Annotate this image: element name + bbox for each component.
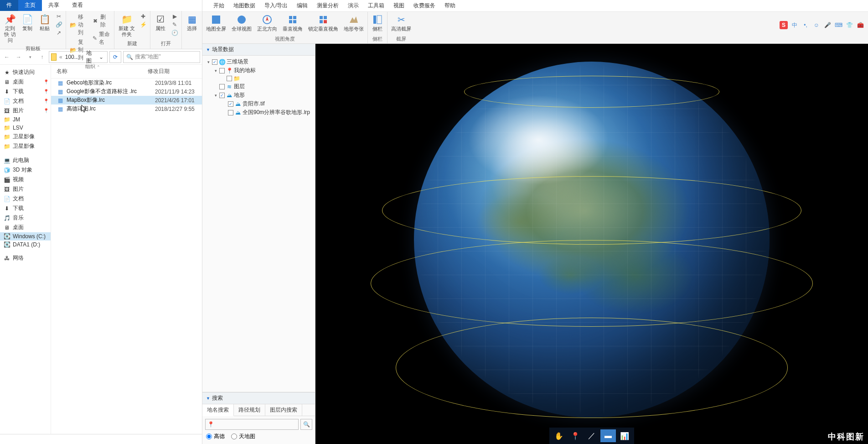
menu-edit[interactable]: 编辑 bbox=[297, 2, 308, 10]
search-input[interactable]: 🔍 搜索"地图" bbox=[123, 51, 200, 63]
vertical-button[interactable]: 垂直视角 bbox=[282, 13, 304, 36]
crumb-part-2[interactable]: 地图 bbox=[86, 49, 93, 65]
delete-button[interactable]: ✖删除 bbox=[91, 13, 113, 29]
easyaccess-button[interactable]: ⚡ bbox=[138, 21, 148, 28]
measure-tool[interactable]: 📊 bbox=[617, 429, 632, 442]
newitem-button[interactable]: ✚ bbox=[138, 13, 148, 20]
nav-network[interactable]: 🖧网络 bbox=[0, 253, 51, 263]
column-date[interactable]: 修改日期 bbox=[148, 68, 202, 75]
tab-layersearch[interactable]: 图层内搜索 bbox=[265, 404, 302, 416]
paste-button[interactable]: 📋粘贴 bbox=[36, 12, 53, 32]
menu-importexport[interactable]: 导入/导出 bbox=[264, 2, 288, 10]
tree-terrain[interactable]: ▾✓⛰地形 bbox=[202, 91, 315, 99]
tab-placesearch[interactable]: 地名搜索 bbox=[202, 404, 234, 416]
menu-help[interactable]: 帮助 bbox=[444, 2, 455, 10]
open-button[interactable]: ▶ bbox=[170, 13, 180, 20]
menu-paid[interactable]: 收费服务 bbox=[413, 2, 435, 10]
nav-thispc[interactable]: 💻此电脑 bbox=[0, 156, 51, 165]
crumb-dropdown[interactable]: ⌄ bbox=[97, 54, 105, 60]
mic-icon[interactable]: 🎤 bbox=[823, 21, 832, 29]
pasteshortcut-button[interactable]: ↗ bbox=[54, 29, 64, 37]
nav-videos[interactable]: 🎬视频 bbox=[0, 175, 51, 184]
scene-panel-header[interactable]: ▼场景数据 bbox=[202, 44, 315, 56]
copy-button[interactable]: 📄复制 bbox=[19, 12, 36, 32]
nav-cdrive[interactable]: 💽Windows (C:) bbox=[0, 232, 51, 240]
file-row[interactable]: ▦Google影像不含道路标注 .lrc2021/11/9 14:23 bbox=[51, 87, 202, 96]
provider-radio[interactable] bbox=[231, 434, 237, 439]
crumb-part-1[interactable]: 100... bbox=[65, 54, 79, 60]
tab-view[interactable]: 查看 bbox=[66, 0, 89, 11]
select-button[interactable]: ▦选择 bbox=[184, 12, 200, 32]
pan-tool[interactable]: ✋ bbox=[551, 429, 567, 442]
up-button[interactable]: ↑ bbox=[37, 52, 47, 62]
file-row[interactable]: ▦高德详图.lrc2018/12/27 9:55 bbox=[51, 104, 202, 113]
tab-share[interactable]: 共享 bbox=[42, 0, 66, 11]
properties-button[interactable]: ☑属性 bbox=[152, 12, 169, 32]
lang-button[interactable]: 中 bbox=[790, 21, 799, 29]
toolbox-icon[interactable]: 🧰 bbox=[856, 21, 864, 29]
breadcrumb[interactable]: « 100... › 地图 ⌄ bbox=[49, 51, 108, 63]
moveto-button[interactable]: 📂移动到 bbox=[68, 13, 90, 37]
refresh-button[interactable]: ⟳ bbox=[109, 51, 121, 63]
search-panel-header[interactable]: ▼搜索 bbox=[202, 392, 315, 404]
globe-viewport[interactable]: ✋ 📍 ／ ▬ 📊 中科图新 bbox=[315, 44, 868, 444]
punct-icon[interactable]: •, bbox=[801, 21, 810, 29]
emoji-icon[interactable]: ☺ bbox=[812, 21, 821, 29]
screenshot-button[interactable]: ✂高清截屏 bbox=[390, 13, 412, 36]
nav-ddrive[interactable]: 💽DATA1 (D:) bbox=[0, 240, 51, 249]
northup-button[interactable]: 正北方向 bbox=[256, 13, 278, 36]
exaggerate-button[interactable]: 地形夸张 bbox=[343, 13, 365, 36]
skin-icon[interactable]: 👕 bbox=[845, 21, 853, 29]
nav-sat2[interactable]: 📁卫星影像 bbox=[0, 141, 51, 151]
file-row[interactable]: ▦Gebco地形渲染.lrc2019/3/8 11:01 bbox=[51, 78, 202, 87]
nav-documents2[interactable]: 📄文档 bbox=[0, 194, 51, 204]
sogou-icon[interactable]: S bbox=[780, 21, 788, 29]
lockvertical-button[interactable]: 锁定垂直视角 bbox=[307, 13, 339, 36]
nav-pictures[interactable]: 🖼图片📍 bbox=[0, 106, 51, 115]
nav-desktop2[interactable]: 🖥桌面 bbox=[0, 223, 51, 232]
marker-tool[interactable]: 📍 bbox=[568, 429, 583, 442]
menu-start[interactable]: 开始 bbox=[213, 2, 224, 10]
nav-documents[interactable]: 📄文档📍 bbox=[0, 96, 51, 106]
tab-home[interactable]: 主页 bbox=[18, 0, 42, 11]
back-button[interactable]: ← bbox=[2, 52, 12, 62]
tab-routing[interactable]: 路径规划 bbox=[234, 404, 265, 416]
rename-button[interactable]: ✎重命名 bbox=[91, 30, 113, 47]
keyboard-icon[interactable]: ⌨ bbox=[834, 21, 842, 29]
edit-button[interactable]: ✎ bbox=[170, 21, 180, 28]
copypath-button[interactable]: 🔗 bbox=[54, 21, 64, 28]
menu-measure[interactable]: 测量分析 bbox=[317, 2, 339, 10]
fullmap-button[interactable]: 地图全屏 bbox=[205, 13, 227, 36]
tree-layers[interactable]: ≋图层 bbox=[202, 82, 315, 91]
provider-radio[interactable] bbox=[206, 434, 212, 439]
area-tool[interactable]: ▬ bbox=[600, 429, 616, 442]
pin-button[interactable]: 📌定到快 访问 bbox=[2, 12, 18, 44]
menu-toolbox[interactable]: 工具箱 bbox=[368, 2, 384, 10]
column-name[interactable]: 名称 bbox=[57, 68, 148, 75]
newfolder-button[interactable]: 📁新建 文件夹 bbox=[116, 12, 137, 38]
history-button[interactable]: 🕘 bbox=[170, 29, 180, 37]
tree-myplaces[interactable]: ▾📍我的地标 bbox=[202, 66, 315, 75]
sidebar-button[interactable]: 侧栏 bbox=[371, 13, 384, 36]
recent-dropdown[interactable]: ▾ bbox=[26, 52, 36, 62]
column-headers[interactable]: ⌃ 名称 修改日期 bbox=[51, 65, 202, 78]
nav-downloads2[interactable]: ⬇下载 bbox=[0, 204, 51, 213]
place-search-input[interactable]: 📍 bbox=[205, 419, 299, 430]
nav-3dobjects[interactable]: 🧊3D 对象 bbox=[0, 165, 51, 175]
tree-folder[interactable]: 📁 bbox=[202, 75, 315, 82]
tab-file[interactable]: 件 bbox=[0, 0, 18, 11]
nav-jm[interactable]: 📁JM bbox=[0, 115, 51, 124]
nav-quickaccess[interactable]: ★快速访问 bbox=[0, 68, 51, 77]
tree-terrain-item[interactable]: ✓⛰贵阳市.tif bbox=[202, 99, 315, 108]
nav-desktop[interactable]: 🖥桌面📍 bbox=[0, 77, 51, 87]
tree-root[interactable]: ▾✓🌐三维场景 bbox=[202, 57, 315, 66]
nav-lsv[interactable]: 📁LSV bbox=[0, 124, 51, 132]
tree-terrain-item[interactable]: ⛰全国90m分辨率谷歌地形.lrp bbox=[202, 108, 315, 117]
nav-music[interactable]: 🎵音乐 bbox=[0, 213, 51, 223]
provider-tianditu[interactable]: 天地图 bbox=[231, 433, 255, 440]
nav-sat1[interactable]: 📁卫星影像 bbox=[0, 132, 51, 141]
menu-demo[interactable]: 演示 bbox=[348, 2, 359, 10]
cut-button[interactable]: ✂ bbox=[54, 13, 64, 20]
globalview-button[interactable]: 全球视图 bbox=[231, 13, 253, 36]
file-row[interactable]: ▦MapBox影像.lrc2021/4/26 17:01 bbox=[51, 96, 202, 104]
